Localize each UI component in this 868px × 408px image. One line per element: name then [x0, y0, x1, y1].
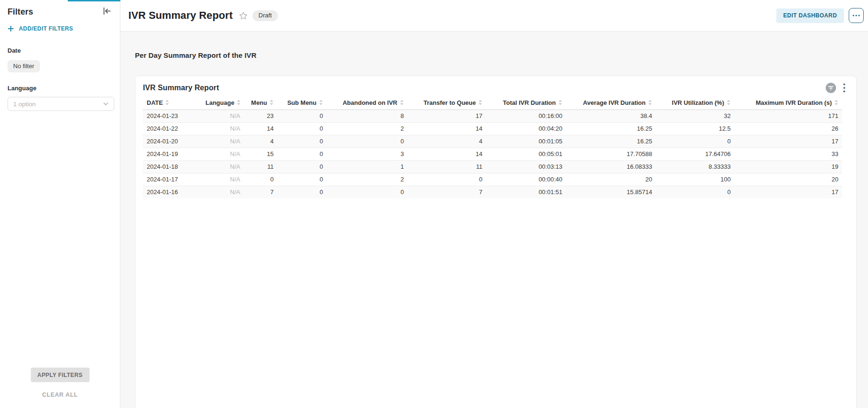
filter-group-date: Date No filter	[8, 47, 112, 72]
column-header-label: Maximum IVR Duration (s)	[756, 99, 832, 106]
column-header[interactable]: DATE	[143, 96, 202, 110]
table-cell: 2024-01-18	[143, 160, 202, 173]
table-cell: 20	[734, 173, 842, 186]
table-cell: N/A	[202, 122, 244, 135]
kebab-vertical-icon	[843, 83, 845, 93]
table-cell: 23	[244, 110, 277, 122]
table-cell: N/A	[202, 110, 244, 122]
column-header-label: Language	[205, 99, 234, 106]
table-cell: 0	[277, 160, 327, 173]
table-body: 2024-01-23N/A23081700:16:0038.4321712024…	[143, 110, 842, 198]
table-cell: 17.64706	[656, 148, 734, 160]
apply-filters-button[interactable]: APPLY FILTERS	[31, 368, 89, 382]
table-cell: 26	[734, 122, 842, 135]
table-cell: 16.25	[566, 135, 656, 148]
table-cell: 19	[734, 160, 842, 173]
column-header[interactable]: Language	[202, 96, 244, 110]
table-cell: 3	[327, 148, 408, 160]
section-title: Per Day Summary Report of the IVR	[135, 51, 857, 60]
ivr-summary-table: DATELanguageMenuSub MenuAbandoned on IVR…	[143, 96, 842, 198]
collapse-sidebar-button[interactable]	[101, 6, 112, 17]
table-cell: 0	[277, 148, 327, 160]
card-filter-button[interactable]	[825, 82, 836, 94]
column-header[interactable]: Average IVR Duration	[566, 96, 656, 110]
sort-icon	[478, 100, 482, 107]
favorite-star-button[interactable]	[238, 10, 249, 21]
filter-label-language: Language	[8, 85, 112, 92]
add-edit-filters-button[interactable]: ADD/EDIT FILTERS	[8, 25, 73, 32]
table-cell: 00:05:01	[486, 148, 566, 160]
table-cell: 00:16:00	[486, 110, 566, 122]
table-cell: 171	[734, 110, 842, 122]
collapse-panel-icon	[103, 7, 111, 17]
table-cell: 100	[656, 173, 734, 186]
date-filter-chip[interactable]: No filter	[8, 60, 40, 72]
table-cell: 00:01:51	[486, 186, 566, 198]
card-kebab-button[interactable]	[839, 83, 849, 93]
column-header-label: Average IVR Duration	[583, 99, 646, 106]
table-cell: 20	[566, 173, 656, 186]
table-cell: 2024-01-16	[143, 186, 202, 198]
kebab-horizontal-icon	[852, 15, 860, 16]
sidebar-header: Filters	[8, 0, 112, 17]
column-header[interactable]: Abandoned on IVR	[327, 96, 408, 110]
table-cell: 0	[656, 135, 734, 148]
column-header-label: DATE	[147, 99, 163, 106]
table-cell: 12.5	[656, 122, 734, 135]
plus-icon	[8, 25, 14, 32]
table-cell: 0	[656, 186, 734, 198]
table-cell: 15	[244, 148, 277, 160]
table-cell: 4	[244, 135, 277, 148]
sort-icon	[834, 100, 838, 107]
status-badge: Draft	[253, 10, 278, 21]
column-header[interactable]: Total IVR Duration	[486, 96, 566, 110]
table-cell: 0	[277, 135, 327, 148]
table-cell: 38.4	[566, 110, 656, 122]
chevron-down-icon	[103, 102, 109, 106]
table-cell: 16.25	[566, 122, 656, 135]
table-row: 2024-01-16N/A700700:01:5115.85714017	[143, 186, 842, 198]
table-row: 2024-01-18N/A11011100:03:1316.083338.333…	[143, 160, 842, 173]
table-cell: 2024-01-20	[143, 135, 202, 148]
table-cell: 17	[734, 135, 842, 148]
table-row: 2024-01-17N/A002000:00:402010020	[143, 173, 842, 186]
header-more-button[interactable]	[849, 8, 864, 23]
table-cell: 2024-01-23	[143, 110, 202, 122]
column-header[interactable]: Transfer to Queue	[408, 96, 486, 110]
table-cell: 0	[277, 110, 327, 122]
language-select[interactable]: 1 option	[8, 97, 114, 111]
table-cell: 1	[327, 160, 408, 173]
report-card: IVR Summary Report	[135, 76, 857, 408]
table-cell: 2	[327, 122, 408, 135]
column-header[interactable]: Menu	[244, 96, 277, 110]
column-header[interactable]: Maximum IVR Duration (s)	[734, 96, 842, 110]
sidebar-title: Filters	[8, 6, 33, 17]
sort-icon	[726, 100, 731, 107]
table-cell: N/A	[202, 148, 244, 160]
table-cell: N/A	[202, 160, 244, 173]
sort-icon	[269, 100, 274, 107]
loading-progress-bar	[68, 0, 120, 1]
clear-all-button[interactable]: CLEAR ALL	[0, 392, 120, 398]
table-cell: 11	[408, 160, 486, 173]
add-edit-filters-label: ADD/EDIT FILTERS	[19, 25, 73, 32]
table-cell: 0	[327, 186, 408, 198]
table-row: 2024-01-23N/A23081700:16:0038.432171	[143, 110, 842, 122]
table-head: DATELanguageMenuSub MenuAbandoned on IVR…	[143, 96, 842, 110]
column-header[interactable]: Sub Menu	[277, 96, 327, 110]
table-cell: 4	[408, 135, 486, 148]
filter-label-date: Date	[8, 47, 112, 55]
table-cell: 17	[408, 110, 486, 122]
table-cell: 17.70588	[566, 148, 656, 160]
table-cell: 15.85714	[566, 186, 656, 198]
column-header-label: Menu	[251, 99, 267, 106]
table-cell: 0	[277, 122, 327, 135]
table-cell: 00:00:40	[486, 173, 566, 186]
edit-dashboard-button[interactable]: EDIT DASHBOARD	[776, 8, 844, 23]
table-cell: 00:01:05	[486, 135, 566, 148]
table-row: 2024-01-19N/A15031400:05:0117.7058817.64…	[143, 148, 842, 160]
table-cell: 0	[244, 173, 277, 186]
column-header[interactable]: IVR Utilization (%)	[656, 96, 734, 110]
table-cell: N/A	[202, 186, 244, 198]
table-cell: 00:04:20	[486, 122, 566, 135]
